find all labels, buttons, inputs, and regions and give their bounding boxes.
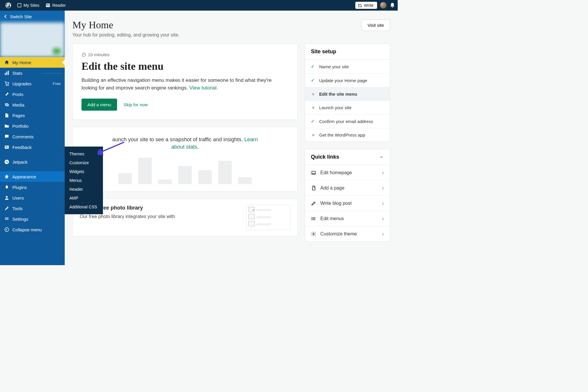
sidebar-item-pages[interactable]: Pages [0,110,65,121]
sidebar-label: Users [12,195,24,200]
submenu-menus[interactable]: Menus [65,176,103,185]
svg-point-28 [312,220,312,220]
skip-link[interactable]: Skip for now [124,102,148,107]
site-setup-card: Site setup ✓Name your site ✓Update your … [305,44,390,142]
svg-point-22 [5,227,9,232]
doc-icon [311,185,316,191]
submenu-header[interactable]: Header [65,185,103,194]
sidebar-item-portfolio[interactable]: Portfolio [0,121,65,131]
write-button[interactable]: Write [355,2,377,9]
page-title: My Home [72,19,179,31]
sidebar-label: Media [12,102,24,107]
sidebar-label: Feedback [12,145,32,150]
check-icon: ✓ [311,119,316,124]
svg-rect-9 [8,71,9,75]
svg-rect-25 [312,171,315,173]
laptop-icon [311,170,316,175]
sidebar-item-collapse[interactable]: Collapse menu [0,224,65,235]
reader-icon [45,3,51,8]
chevron-right-icon: › [382,215,384,222]
write-icon [358,3,362,8]
setup-item-edit-menu[interactable]: Edit the site menu [305,87,390,101]
photo-wireframe: ▾ [246,205,290,230]
sidebar-item-comments[interactable]: Comments [0,131,65,142]
notifications-icon[interactable] [389,2,395,8]
avatar[interactable] [380,2,387,9]
sidebar-item-stats[interactable]: Stats [0,68,65,78]
bar [138,158,152,184]
quick-title: Quick links [311,154,339,160]
svg-point-17 [6,196,8,198]
setup-item-confirm-email[interactable]: ✓Confirm your email address [305,114,390,128]
reader-link[interactable]: Reader [42,0,69,11]
clock-icon [81,52,86,57]
sidebar-item-appearance[interactable]: Appearance [0,171,65,182]
media-icon [4,102,9,107]
quick-add-page[interactable]: Add a page› [305,180,390,196]
sidebar-item-feedback[interactable]: Feedback [0,142,65,152]
quick-links-header[interactable]: Quick links [305,149,390,165]
wordpress-logo[interactable] [2,0,14,11]
sidebar-item-posts[interactable]: Posts [0,89,65,99]
settings-icon [4,216,9,222]
write-label: Write [364,3,374,8]
bar [118,173,132,184]
sidebar-item-upgrades[interactable]: UpgradesFree [0,78,65,89]
sidebar-item-jetpack[interactable]: Jetpack [0,157,65,167]
gear-icon [311,231,316,237]
sidebar-label: Upgrades [12,81,31,86]
submenu-amp[interactable]: AMP [65,194,103,202]
add-menu-button[interactable]: Add a menu [81,99,117,111]
reader-label: Reader [52,3,66,8]
bullet-icon [312,107,314,109]
sidebar-item-tools[interactable]: Tools [0,203,65,214]
chevron-right-icon: › [382,230,384,237]
main-content: My Home Your hub for posting, editing, a… [65,11,398,265]
submenu-widgets[interactable]: Widgets [65,167,103,176]
sidebar-item-my-home[interactable]: My Home [0,57,65,68]
chevron-right-icon: › [382,200,384,207]
quick-write-post[interactable]: Write blog post› [305,196,390,211]
visit-site-button[interactable]: Visit site [361,19,390,31]
setup-item-name-site[interactable]: ✓Name your site [305,60,390,74]
svg-rect-5 [48,5,49,5]
sidebar-item-users[interactable]: Users [0,192,65,203]
stats-text: aunch your site to see a snapshot of tra… [111,136,259,151]
bullet-icon [312,134,314,136]
svg-rect-3 [46,4,48,5]
sidebar-label: Tools [12,206,23,211]
sidebar-label: Collapse menu [12,227,42,232]
submenu-additional-css[interactable]: Additional CSS [65,202,103,211]
quick-customize-theme[interactable]: Customize theme› [305,226,390,241]
switch-site-link[interactable]: Switch Site [0,11,65,22]
site-preview[interactable] [0,22,65,57]
folder-icon [4,123,9,129]
svg-point-29 [313,233,314,235]
quick-edit-homepage[interactable]: Edit homepage› [305,165,390,180]
sidebar-item-media[interactable]: Media [0,99,65,110]
list-icon [311,216,316,221]
quick-list: Edit homepage› Add a page› Write blog po… [305,165,390,241]
svg-point-20 [5,217,6,219]
sidebar: Switch Site My Home Stats UpgradesFree P… [0,11,65,265]
sidebar-item-settings[interactable]: Settings [0,214,65,224]
view-tutorial-link[interactable]: View tutorial. [189,85,218,91]
setup-item-update-home[interactable]: ✓Update your Home page [305,74,390,87]
task-description: Building an effective navigation menu ma… [81,77,289,92]
submenu-themes[interactable]: Themes [65,150,103,158]
sites-icon [17,3,22,8]
sidebar-label: Stats [12,71,22,76]
plugin-icon [4,185,9,190]
sidebar-item-plugins[interactable]: Plugins [0,182,65,192]
sidebar-label: Jetpack [12,160,28,165]
switch-site-label: Switch Site [10,14,32,19]
quick-links-card: Quick links Edit homepage› Add a page› W… [305,149,390,242]
setup-item-launch[interactable]: Launch your site [305,101,390,114]
submenu-customize[interactable]: Customize [65,158,103,167]
home-icon [4,60,9,65]
quick-edit-menus[interactable]: Edit menus› [305,211,390,226]
svg-rect-6 [46,6,49,6]
setup-item-get-app[interactable]: Get the WordPress app [305,128,390,142]
svg-rect-1 [18,4,21,7]
my-sites-link[interactable]: My Sites [14,0,42,11]
